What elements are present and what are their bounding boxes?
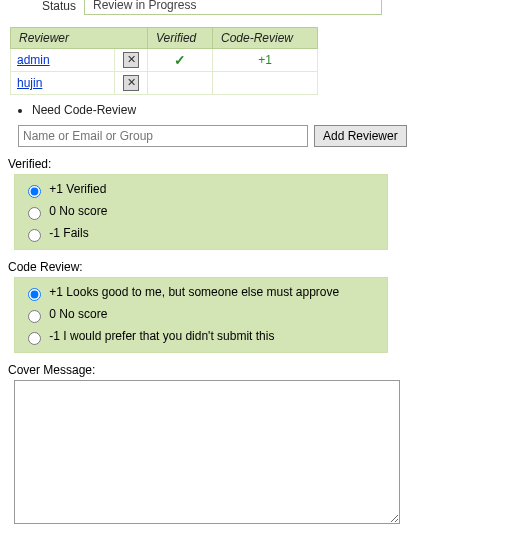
verified-option-text: 0 No score <box>49 204 107 218</box>
cover-message-label: Cover Message: <box>8 363 517 377</box>
code-review-radio[interactable] <box>28 288 41 301</box>
reviewers-table: Reviewer Verified Code-Review admin ✕ ✓ … <box>10 27 318 95</box>
code-review-radio[interactable] <box>28 310 41 323</box>
cover-message-textarea[interactable] <box>14 380 400 524</box>
verified-option-text: -1 Fails <box>49 226 88 240</box>
reviewer-link[interactable]: admin <box>17 53 50 67</box>
code-review-option[interactable]: -1 I would prefer that you didn't submit… <box>21 326 381 348</box>
reviewer-input[interactable] <box>18 125 308 147</box>
code-review-option-text: -1 I would prefer that you didn't submit… <box>49 329 274 343</box>
verified-radio[interactable] <box>28 207 41 220</box>
col-reviewer: Reviewer <box>11 28 148 49</box>
code-review-option[interactable]: +1 Looks good to me, but someone else mu… <box>21 282 381 304</box>
remove-reviewer-icon[interactable]: ✕ <box>123 52 139 68</box>
code-review-option-text: 0 No score <box>49 307 107 321</box>
add-reviewer-button[interactable]: Add Reviewer <box>314 125 407 147</box>
verified-radio[interactable] <box>28 229 41 242</box>
remove-reviewer-icon[interactable]: ✕ <box>123 75 139 91</box>
reviewer-link[interactable]: hujin <box>17 76 42 90</box>
verified-option-text: +1 Verified <box>49 182 106 196</box>
col-code-review: Code-Review <box>213 28 318 49</box>
verified-option[interactable]: +1 Verified <box>21 179 381 201</box>
verified-option[interactable]: 0 No score <box>21 201 381 223</box>
verified-check-icon: ✓ <box>174 52 186 68</box>
status-value: Review in Progress <box>84 0 382 15</box>
code-review-group: +1 Looks good to me, but someone else mu… <box>14 277 388 353</box>
code-review-score: +1 <box>258 53 272 67</box>
verified-label: Verified: <box>8 157 517 171</box>
needs-list: Need Code-Review <box>32 101 517 119</box>
add-reviewer-row: Add Reviewer <box>18 125 517 147</box>
verified-option[interactable]: -1 Fails <box>21 223 381 245</box>
table-row: admin ✕ ✓ +1 <box>11 49 318 72</box>
code-review-radio[interactable] <box>28 332 41 345</box>
col-verified: Verified <box>148 28 213 49</box>
status-row: Status Review in Progress <box>38 0 517 15</box>
verified-group: +1 Verified 0 No score -1 Fails <box>14 174 388 250</box>
verified-radio[interactable] <box>28 185 41 198</box>
need-item: Need Code-Review <box>32 101 517 119</box>
code-review-option[interactable]: 0 No score <box>21 304 381 326</box>
code-review-label: Code Review: <box>8 260 517 274</box>
code-review-option-text: +1 Looks good to me, but someone else mu… <box>49 285 339 299</box>
status-label: Status <box>38 0 84 15</box>
table-row: hujin ✕ <box>11 72 318 95</box>
